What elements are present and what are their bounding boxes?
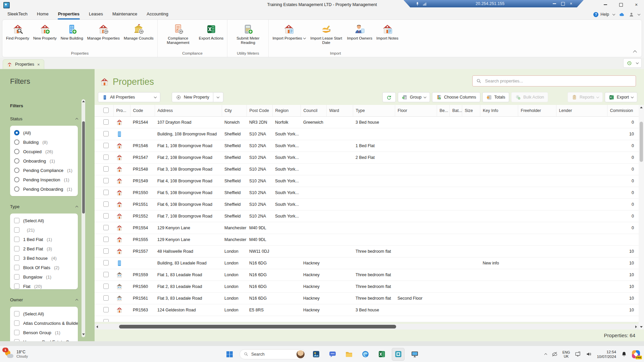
- column-header[interactable]: Type: [353, 105, 395, 117]
- column-header[interactable]: Commission: [607, 105, 639, 117]
- table-row[interactable]: PR1554 129 Kenyon Lane Manchester M40 9D…: [95, 222, 639, 234]
- status-radio-option[interactable]: Pending Compliance (1): [14, 166, 78, 175]
- row-checkbox[interactable]: [103, 307, 109, 312]
- column-header[interactable]: Freeholder: [518, 105, 556, 117]
- totals-button[interactable]: Totals: [482, 92, 509, 102]
- row-checkbox[interactable]: [103, 213, 109, 219]
- radio-icon[interactable]: [14, 168, 19, 173]
- checkbox-icon[interactable]: [14, 284, 19, 289]
- taskbar-app-icon[interactable]: [392, 348, 405, 361]
- window-close-button[interactable]: ×: [629, 0, 644, 9]
- weather-widget[interactable]: 1 18°C Cloudy: [4, 346, 28, 362]
- scroll-up-icon[interactable]: [82, 101, 85, 102]
- cloud-sync-icon[interactable]: [619, 11, 625, 18]
- language-switcher[interactable]: ENG UK: [562, 350, 570, 358]
- scroll-down-icon[interactable]: [82, 334, 85, 335]
- ribbon-collapse-icon[interactable]: [633, 50, 637, 54]
- column-header[interactable]: Bat...: [449, 105, 462, 117]
- table-row[interactable]: PR1557 48 Hallswelle Road London NW11 0D…: [95, 246, 639, 257]
- taskbar-app-icon[interactable]: [326, 348, 339, 361]
- export-button[interactable]: Export: [605, 92, 637, 102]
- row-checkbox[interactable]: [103, 201, 109, 207]
- table-row[interactable]: PR1552 Flat 7, 108 Broomgrove Road Sheff…: [95, 210, 639, 222]
- column-header[interactable]: Size: [462, 105, 480, 117]
- ribbon-button[interactable]: Submit Meter Reading: [229, 21, 266, 46]
- row-checkbox[interactable]: [103, 155, 109, 160]
- ribbon-button[interactable]: New Building: [59, 21, 85, 41]
- radio-icon[interactable]: [14, 177, 19, 182]
- pin-icon[interactable]: [415, 1, 420, 6]
- scroll-left-icon[interactable]: [96, 325, 98, 328]
- volume-icon[interactable]: [586, 351, 592, 357]
- group-button[interactable]: Group: [398, 92, 430, 102]
- chevron-down-icon[interactable]: [636, 61, 639, 64]
- column-header[interactable]: Address: [155, 105, 222, 117]
- row-checkbox[interactable]: [103, 166, 109, 172]
- table-row[interactable]: Building, 108 Broomgrove Road Sheffield …: [95, 128, 639, 140]
- refresh-button[interactable]: [382, 92, 396, 102]
- row-checkbox[interactable]: [103, 295, 109, 301]
- row-checkbox[interactable]: [103, 260, 109, 265]
- chevron-up-icon[interactable]: [75, 206, 78, 208]
- row-checkbox[interactable]: [103, 237, 109, 242]
- table-row[interactable]: PR1549 Flat 4, 108 Broomgrove Road Sheff…: [95, 175, 639, 187]
- checkbox-icon[interactable]: [14, 227, 19, 233]
- user-account-icon[interactable]: [629, 12, 634, 17]
- radio-icon[interactable]: [14, 139, 19, 145]
- table-row[interactable]: PR1555 129 Kenyon Lane Manchester M40 9D…: [95, 234, 639, 246]
- chevron-down-icon[interactable]: [612, 12, 615, 15]
- status-radio-option[interactable]: Pending Onboarding (1): [14, 184, 78, 194]
- checkbox-icon[interactable]: [14, 246, 19, 251]
- sidebar-scrollbar[interactable]: [82, 99, 85, 337]
- ribbon-button[interactable]: Manage Properties: [86, 21, 121, 41]
- menu-item[interactable]: Leases: [84, 9, 108, 19]
- help-icon[interactable]: ?: [593, 12, 598, 17]
- menu-item[interactable]: SleekTech: [3, 9, 32, 19]
- table-row[interactable]: PR1550 Flat 5, 108 Broomgrove Road Sheff…: [95, 187, 639, 199]
- vertical-scrollbar[interactable]: [639, 105, 644, 329]
- chevron-up-icon[interactable]: [75, 118, 78, 121]
- scroll-right-icon[interactable]: [635, 325, 637, 328]
- type-checkbox-option[interactable]: 2 Bed Flat (3): [14, 244, 78, 253]
- column-header[interactable]: Council: [301, 105, 326, 117]
- taskbar-app-icon[interactable]: [310, 348, 322, 361]
- table-row[interactable]: PR1546 Flat 1, 108 Broomgrove Road Sheff…: [95, 140, 639, 152]
- ribbon-button[interactable]: Compliance Management: [160, 21, 197, 46]
- horizontal-scrollbar[interactable]: [95, 324, 639, 329]
- radio-icon[interactable]: [14, 130, 19, 135]
- table-row[interactable]: PR1563 124 Geldeston Road London E5 8RS …: [95, 304, 639, 316]
- radio-icon[interactable]: [14, 158, 19, 164]
- checkbox-icon[interactable]: [14, 255, 19, 261]
- table-row[interactable]: PR1561 Flat 3, 83 Leadale Road London N1…: [95, 293, 639, 304]
- ribbon-button[interactable]: Import Notes: [375, 21, 400, 41]
- choose-columns-button[interactable]: Choose Columns: [432, 92, 480, 102]
- new-property-button[interactable]: New Property: [172, 92, 213, 102]
- column-header[interactable]: Floor: [395, 105, 437, 117]
- ribbon-button[interactable]: Import Owners: [345, 21, 374, 41]
- owner-checkbox-option[interactable]: Harmony Real Estate Group (13): [14, 337, 78, 341]
- taskbar-app-icon[interactable]: [375, 348, 388, 361]
- new-property-dropdown[interactable]: [213, 92, 223, 102]
- checkbox-icon[interactable]: [14, 237, 19, 242]
- column-header[interactable]: Be...: [437, 105, 449, 117]
- menu-item[interactable]: Properties: [53, 9, 84, 19]
- owner-checkbox-option[interactable]: Atlas Constructions & Builders (7): [14, 318, 78, 328]
- window-maximize-button[interactable]: [613, 0, 629, 9]
- menu-item[interactable]: Home: [32, 9, 53, 19]
- type-checkbox-option[interactable]: 1 Bed Flat (1): [14, 235, 78, 244]
- checkbox-icon[interactable]: [14, 311, 19, 316]
- row-checkbox[interactable]: [103, 272, 109, 277]
- table-row[interactable]: PR1560 Flat 2, 83 Leadale Road London N1…: [95, 281, 639, 293]
- chevron-down-icon[interactable]: [638, 12, 640, 15]
- filter-section-type[interactable]: Type: [10, 204, 78, 209]
- history-clock-icon[interactable]: [627, 60, 632, 66]
- owner-checkbox-option[interactable]: Benson Group (1): [14, 328, 78, 337]
- tray-overflow-icon[interactable]: [544, 353, 547, 356]
- type-checkbox-option[interactable]: Block Of Flats (2): [14, 263, 78, 272]
- radio-icon[interactable]: [14, 186, 19, 192]
- view-selector-dropdown[interactable]: All Properties: [98, 92, 160, 102]
- status-radio-option[interactable]: Pending Inspection (1): [14, 175, 78, 184]
- table-row[interactable]: PR1559 Flat 1, 83 Leadale Road London N1…: [95, 269, 639, 281]
- notifications-bell-icon[interactable]: [621, 351, 627, 357]
- table-row[interactable]: Building, 83 Leadale Road London N16 6DG…: [95, 257, 639, 269]
